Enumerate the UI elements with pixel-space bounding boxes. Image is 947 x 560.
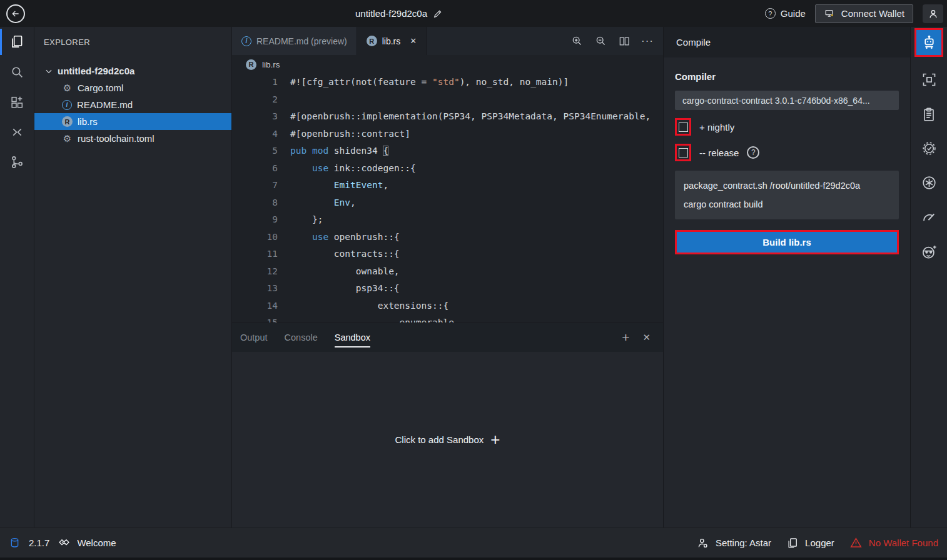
tool-item-compile[interactable] <box>914 28 943 57</box>
add-panel-icon[interactable]: + <box>622 330 629 345</box>
tool-item-deploy[interactable] <box>911 62 947 97</box>
release-checkbox[interactable] <box>679 148 688 158</box>
clipboard-icon <box>921 106 937 122</box>
sidebar-item-explorer[interactable] <box>0 27 34 57</box>
sidebar-item-collapse[interactable] <box>0 117 34 147</box>
arrow-left-icon <box>11 9 21 19</box>
more-actions-icon[interactable]: ··· <box>641 35 654 48</box>
sidebar-item-source-control[interactable] <box>0 147 34 177</box>
person-gear-icon <box>697 537 709 549</box>
logger-item[interactable]: Logger <box>786 537 834 549</box>
line-text: contracts::{ <box>278 246 400 263</box>
line-number: 7 <box>232 177 278 194</box>
explorer-header: EXPLORER <box>34 27 231 58</box>
tool-item-verify[interactable] <box>911 131 947 166</box>
welcome-label: Welcome <box>77 538 116 548</box>
edit-pencil-icon[interactable] <box>433 9 443 19</box>
nightly-row: + nightly <box>675 118 899 136</box>
code-line: 10 use openbrush::{ <box>232 229 663 246</box>
sidebar-item-search[interactable] <box>0 57 34 87</box>
tool-item-gas-analyzer[interactable] <box>911 200 947 234</box>
welcome-item[interactable]: Welcome <box>58 536 116 549</box>
project-title-group: untitled-f29d2c0a <box>355 8 443 19</box>
code-editor[interactable]: 1#![cfg_attr(not(feature = "std"), no_st… <box>232 74 663 322</box>
tab-bar-tabs: iREADME.md (preview)Rlib.rs✕ <box>232 27 427 55</box>
code-line: 12 ownable, <box>232 263 663 281</box>
root-folder-label: untitled-f29d2c0a <box>58 66 134 76</box>
sandbox-empty-area[interactable]: Click to add Sandbox + <box>232 352 663 528</box>
line-text: extensions::{ <box>278 298 448 315</box>
connect-wallet-button[interactable]: Connect Wallet <box>815 4 913 23</box>
files-icon <box>9 34 25 50</box>
left-activity-bar <box>0 27 34 528</box>
close-panel-icon[interactable]: ✕ <box>642 332 651 343</box>
editor-tab-lib.rs[interactable]: Rlib.rs✕ <box>357 27 427 55</box>
code-line: 11 contracts::{ <box>232 246 663 263</box>
line-number: 5 <box>232 142 278 160</box>
breadcrumb[interactable]: R lib.rs <box>232 55 663 74</box>
line-text: ownable, <box>278 263 400 281</box>
line-number: 1 <box>232 74 278 91</box>
build-annotation-box: Build lib.rs <box>675 230 899 254</box>
back-button[interactable] <box>6 4 25 23</box>
bottom-panel: OutputConsoleSandbox + ✕ Click to add Sa… <box>232 322 663 528</box>
logger-label: Logger <box>805 538 834 548</box>
collapse-icon <box>9 124 25 140</box>
split-editor-icon[interactable] <box>618 35 630 48</box>
file-row-Cargo.toml[interactable]: ⚙Cargo.toml <box>34 79 231 96</box>
tool-item-report[interactable] <box>911 97 947 131</box>
setting-label: Setting: Astar <box>716 538 771 548</box>
line-number: 15 <box>232 314 278 322</box>
file-row-rust-toolchain.toml[interactable]: ⚙rust-toolchain.toml <box>34 130 231 147</box>
code-line: 15 enumerable, <box>232 314 663 322</box>
tab-label: README.md (preview) <box>256 36 347 46</box>
file-row-lib.rs[interactable]: Rlib.rs <box>34 113 231 130</box>
compile-panel-body: Compiler cargo-contract-contract 3.0.1-c… <box>664 58 910 254</box>
info-icon: i <box>241 36 251 46</box>
sidebar-item-plugins[interactable] <box>0 87 34 117</box>
gauge-icon <box>921 209 938 226</box>
setting-item[interactable]: Setting: Astar <box>697 537 771 549</box>
panel-tab-console[interactable]: Console <box>285 323 318 352</box>
tool-item-fun-mode[interactable] <box>911 234 947 269</box>
compile-panel: Compile Compiler cargo-contract-contract… <box>663 27 910 528</box>
compiler-select[interactable]: cargo-contract-contract 3.0.1-c746b0d-x8… <box>675 91 899 110</box>
panel-tab-sandbox[interactable]: Sandbox <box>335 323 370 352</box>
editor-tab-README.md (preview)[interactable]: iREADME.md (preview) <box>232 27 357 55</box>
compiler-select-value: cargo-contract-contract 3.0.1-c746b0d-x8… <box>682 96 870 106</box>
file-list: ⚙Cargo.tomliREADME.mdRlib.rs⚙rust-toolch… <box>34 79 231 147</box>
guide-button[interactable]: ? Guide <box>765 8 806 19</box>
build-command-line1: package_contract.sh /root/untitled-f29d2… <box>684 176 890 195</box>
zoom-in-icon[interactable] <box>570 34 584 48</box>
build-command-line2: cargo contract build <box>684 195 890 214</box>
file-row-README.md[interactable]: iREADME.md <box>34 96 231 113</box>
close-icon[interactable]: ✕ <box>410 36 417 46</box>
code-line: 3#[openbrush::implementation(PSP34, PSP3… <box>232 108 663 126</box>
tool-item-ai-assistant[interactable] <box>911 166 947 200</box>
panel-tab-output[interactable]: Output <box>240 323 268 352</box>
build-command-box: package_contract.sh /root/untitled-f29d2… <box>675 171 899 219</box>
titlebar-right: ? Guide Connect Wallet <box>765 4 943 23</box>
guide-label: Guide <box>781 8 806 19</box>
zoom-out-icon[interactable] <box>594 34 607 48</box>
connect-wallet-label: Connect Wallet <box>841 8 904 19</box>
editor-group: iREADME.md (preview)Rlib.rs✕ ··· R lib.r… <box>231 27 663 528</box>
tab-bar-spacer <box>427 27 570 55</box>
gear-icon: ⚙ <box>62 82 73 93</box>
nightly-checkbox[interactable] <box>679 122 688 132</box>
code-line: 1#![cfg_attr(not(feature = "std"), no_st… <box>232 74 663 91</box>
build-button[interactable]: Build lib.rs <box>677 232 897 252</box>
release-help-icon[interactable]: ? <box>747 146 759 159</box>
version-label: 2.1.7 <box>29 538 49 548</box>
chevron-down-icon <box>44 67 53 76</box>
line-text: #[openbrush::contract] <box>278 126 410 143</box>
no-wallet-item[interactable]: No Wallet Found <box>849 536 938 549</box>
line-number: 9 <box>232 211 278 229</box>
cool-face-icon <box>920 243 938 261</box>
account-avatar[interactable] <box>923 4 943 23</box>
tree-root-folder[interactable]: untitled-f29d2c0a <box>34 62 231 79</box>
file-label: README.md <box>77 99 133 110</box>
info-icon: i <box>62 100 72 110</box>
line-text: #[openbrush::implementation(PSP34, PSP34… <box>278 108 651 126</box>
code-line: 7 EmitEvent, <box>232 177 663 194</box>
